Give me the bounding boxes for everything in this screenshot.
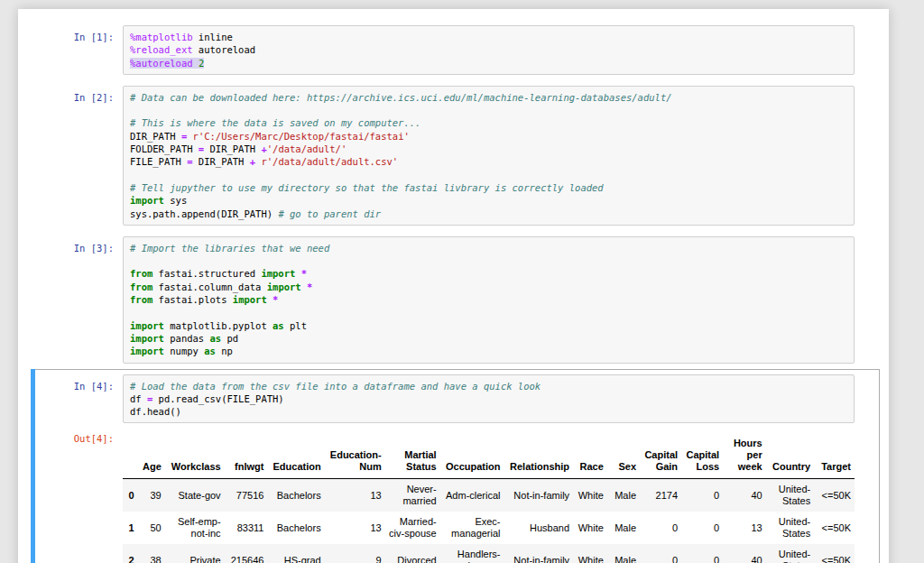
table-cell: 13: [325, 479, 385, 512]
code-token: '/data/adult/': [267, 143, 347, 154]
column-header-cell: Sex: [607, 432, 640, 479]
table-cell: HS-grad: [267, 544, 324, 563]
code-token: from: [130, 268, 152, 279]
code-token: 2: [199, 58, 204, 69]
table-cell: <=50K: [814, 544, 855, 563]
page: { "colors": { "page_background": "#e7e7e…: [0, 0, 924, 563]
code-token: FOLDER_PATH: [130, 143, 199, 154]
code-token: as: [273, 320, 284, 331]
code-token: *: [273, 294, 278, 305]
code-line: DIR_PATH = r'C:/Users/Marc/Desktop/fasta…: [130, 130, 847, 143]
code-token: DIR_PATH: [130, 131, 181, 142]
selected-text: %autoreload 2: [130, 58, 204, 69]
code-editor[interactable]: # Import the libraries that we need from…: [123, 236, 855, 364]
table-cell: Not-in-family: [504, 544, 574, 563]
code-cell-4[interactable]: In [4]:# Load the data from the csv file…: [31, 369, 880, 563]
table-cell: White: [573, 544, 607, 563]
code-token: autoreload: [193, 44, 256, 55]
table-cell: Private: [165, 544, 225, 563]
code-token: import: [233, 294, 267, 305]
table-cell: 0: [681, 479, 723, 512]
code-token: df: [130, 393, 147, 404]
table-cell: 0: [640, 512, 681, 544]
code-editor[interactable]: # Data can be downloaded here: https://a…: [123, 86, 855, 226]
cell-input-area: In [2]:# Data can be downloaded here: ht…: [36, 86, 874, 226]
code-token: fastai.structured: [152, 268, 261, 279]
code-token: r'C:/Users/Marc/Desktop/fastai/fastai': [193, 131, 410, 142]
code-cell-3[interactable]: In [3]:# Import the libraries that we ne…: [31, 231, 880, 369]
input-prompt: In [1]:: [36, 25, 123, 43]
code-token: import: [267, 282, 301, 292]
code-token: *: [301, 268, 307, 279]
code-editor[interactable]: # Load the data from the csv file into a…: [123, 374, 855, 424]
code-token: # This is where the data is saved on my …: [130, 117, 420, 128]
column-header-cell: Country: [766, 432, 814, 479]
table-cell: 38: [138, 544, 165, 563]
code-editor[interactable]: %matplotlib inline%reload_ext autoreload…: [123, 25, 855, 75]
code-cell-2[interactable]: In [2]:# Data can be downloaded here: ht…: [31, 80, 880, 231]
code-token: inline: [193, 32, 233, 42]
code-line: [130, 254, 847, 267]
table-cell: 40: [723, 544, 766, 563]
table-cell: 0: [681, 544, 723, 563]
code-token: r'/data/adult/adult.csv': [261, 156, 398, 167]
table-row: 039State-gov77516Bachelors13Never-marrie…: [123, 479, 855, 512]
table-cell: United-States: [766, 479, 814, 512]
table-cell: Never-married: [385, 479, 440, 512]
code-line: from fastai.structured import *: [130, 267, 847, 280]
table-cell: Self-emp-not-inc: [165, 512, 225, 544]
code-line: # This is where the data is saved on my …: [130, 116, 847, 129]
code-cell-1[interactable]: In [1]:%matplotlib inline%reload_ext aut…: [31, 20, 880, 80]
code-line: FILE_PATH = DIR_PATH + r'/data/adult/adu…: [130, 155, 847, 168]
column-header-cell: Target: [814, 432, 855, 479]
table-cell: 39: [138, 479, 165, 512]
code-token: %matplotlib: [130, 32, 193, 42]
table-cell: United-States: [766, 512, 814, 544]
dataframe-table: AgeWorkclassfnlwgtEducationEducation-Num…: [123, 432, 855, 563]
input-prompt: In [3]:: [36, 236, 123, 254]
code-line: df = pd.read_csv(FILE_PATH): [130, 392, 847, 405]
code-token: as: [204, 346, 216, 356]
column-header-cell: Relationship: [504, 432, 574, 479]
table-cell: 0: [640, 544, 681, 563]
code-line: import sys: [130, 194, 847, 207]
code-token: # Data can be downloaded here: https://a…: [130, 92, 672, 103]
column-header-cell: Education-Num: [325, 432, 385, 479]
table-cell: Husband: [504, 512, 574, 544]
code-line: # Data can be downloaded here: https://a…: [130, 91, 847, 104]
column-header-cell: Capital Gain: [640, 432, 681, 479]
notebook-container: In [1]:%matplotlib inline%reload_ext aut…: [18, 9, 889, 563]
table-cell: 50: [138, 512, 165, 544]
code-line: FOLDER_PATH = DIR_PATH +'/data/adult/': [130, 143, 847, 155]
table-cell: Exec-managerial: [440, 512, 504, 544]
column-header-cell: Occupation: [440, 432, 504, 479]
code-token: %autoreload: [130, 58, 193, 69]
code-token: from: [130, 282, 152, 292]
code-token: fastai.column_data: [152, 282, 266, 292]
code-line: %reload_ext autoreload: [130, 43, 847, 56]
code-token: plt: [284, 320, 307, 331]
code-token: # Load the data from the csv file into a…: [130, 381, 541, 392]
column-header-cell: Capital Loss: [681, 432, 723, 479]
code-line: # Import the libraries that we need: [130, 242, 847, 254]
code-token: pandas: [164, 333, 210, 344]
code-token: *: [307, 282, 312, 292]
table-cell: Divorced: [385, 544, 440, 563]
code-token: DIR_PATH: [204, 143, 261, 154]
code-token: from: [130, 294, 152, 305]
table-cell: <=50K: [814, 479, 855, 512]
table-cell: Male: [607, 544, 640, 563]
code-token: matplotlib.pyplot: [164, 320, 273, 331]
code-token: # Import the libraries that we need: [130, 243, 329, 254]
code-line: df.head(): [130, 405, 847, 418]
code-token: import: [130, 346, 164, 356]
table-cell: Male: [607, 512, 640, 544]
code-token: numpy: [164, 346, 204, 356]
code-token: sys: [164, 195, 187, 206]
code-token: import: [261, 268, 295, 279]
code-line: from fastai.column_data import *: [130, 281, 847, 293]
code-token: np: [216, 346, 233, 356]
table-cell: 40: [723, 479, 766, 512]
table-cell: 13: [325, 512, 385, 544]
code-line: sys.path.append(DIR_PATH) # go to parent…: [130, 208, 847, 220]
